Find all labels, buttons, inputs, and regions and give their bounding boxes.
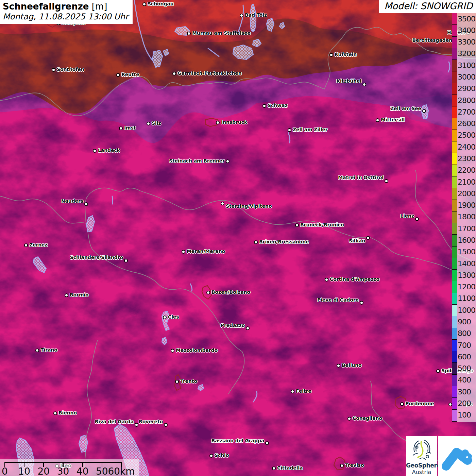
legend-cell — [452, 410, 457, 421]
city-dot — [325, 278, 328, 282]
legend-value-label: 3400 — [458, 24, 476, 36]
legend-labels: 3500340033003200310030002900280027002600… — [458, 13, 476, 421]
city-dot — [172, 72, 176, 75]
legend-value-label: 3300 — [458, 36, 476, 48]
legend-colorbar — [452, 13, 457, 422]
city-label: Treviso — [345, 462, 364, 468]
city-dot — [147, 122, 150, 125]
city-dot — [84, 202, 88, 206]
legend-cell — [452, 270, 457, 281]
city-label: Bad Tölz — [245, 12, 267, 18]
legend-value-label: 1200 — [458, 281, 476, 292]
city-label: Conegliano — [353, 415, 382, 421]
legend-cell — [452, 316, 457, 328]
legend-cell — [452, 130, 457, 141]
legend-value-label: 500 — [458, 362, 476, 374]
legend-value-label: 900 — [458, 316, 476, 327]
legend-value-label: 200 — [458, 397, 476, 409]
city-dot — [362, 83, 366, 86]
legend-value-label: 1000 — [458, 304, 476, 316]
city-label: Mittersill — [381, 117, 405, 122]
city-dot — [116, 73, 120, 77]
legend-cell — [452, 200, 457, 211]
legend-cell — [452, 305, 457, 316]
city-dot — [52, 68, 55, 72]
legend-value-label: 400 — [458, 374, 476, 386]
city-label: Sterzing/Vipiteno — [226, 203, 272, 209]
avalanche-logo-box — [438, 436, 476, 476]
city-dot — [385, 179, 388, 183]
city-label: Feltre — [296, 388, 311, 394]
city-label: Garmisch-Partenkirchen — [177, 70, 242, 76]
legend-value-label: 600 — [458, 351, 476, 362]
legend-cell — [452, 340, 457, 351]
city-label: Tirano — [40, 347, 57, 353]
legend-value-label: 2200 — [458, 165, 476, 176]
geosphere-contour-icon — [410, 438, 434, 461]
legend-cell — [452, 25, 457, 36]
city-label: Rovereto — [139, 419, 163, 424]
city-dot — [142, 2, 146, 6]
city-label: Schio — [215, 453, 229, 458]
city-label: Brixen/Bressanone — [259, 239, 309, 244]
legend-value-label: 2400 — [458, 141, 476, 153]
legend-value-label: 1500 — [458, 246, 476, 258]
legend-value-label: 1700 — [458, 223, 476, 234]
legend-value-label: 100 — [458, 409, 476, 421]
legend-cell — [452, 95, 457, 106]
scalebar: 0102030405060km — [0, 459, 139, 476]
page-title: Schneefallgrenze [m] — [3, 1, 129, 12]
city-label: Cittadella — [277, 465, 303, 471]
legend-value-label: 2900 — [458, 83, 476, 95]
city-dot — [209, 454, 213, 458]
city-label: Innsbruck — [221, 119, 247, 125]
city-dot — [376, 118, 379, 122]
legend-cell — [452, 223, 457, 235]
city-dot — [216, 121, 220, 124]
city-dot — [221, 202, 224, 205]
city-dot — [93, 149, 97, 153]
city-dot — [119, 126, 123, 130]
legend-cell — [452, 176, 457, 188]
legend-cell — [452, 258, 457, 270]
legend-value-label: 1800 — [458, 211, 476, 223]
legend-value-label: 1900 — [458, 200, 476, 211]
city-dot — [164, 423, 168, 427]
legend-value-label: 700 — [458, 339, 476, 351]
city-dot — [347, 417, 351, 421]
city-dot — [35, 348, 39, 352]
legend-cell — [452, 386, 457, 398]
legend-value-label: 2000 — [458, 188, 476, 199]
legend-cell — [452, 118, 457, 130]
legend-value-label: 3000 — [458, 71, 476, 83]
city-dot — [240, 14, 243, 17]
legend-cell — [452, 60, 457, 71]
city-label: Bozen/Bolzano — [211, 289, 250, 295]
city-label: Schlanders/Silandro — [70, 255, 123, 260]
city-label: Zell am Ziller — [293, 127, 328, 132]
geosphere-name: GeoSphere — [406, 462, 437, 469]
city-label: Steinach am Brenner — [169, 158, 225, 164]
city-label: Nauders — [61, 198, 83, 204]
city-label: Cles — [168, 314, 179, 320]
legend-cell — [452, 188, 457, 200]
city-label: Silz — [152, 120, 161, 126]
legend-cell — [452, 153, 457, 165]
city-label: Imst — [124, 125, 136, 131]
city-dot — [246, 326, 250, 330]
legend-cell — [452, 281, 457, 293]
city-dot — [272, 466, 276, 470]
city-label: Zernez — [29, 242, 48, 248]
legend-value-label: 800 — [458, 328, 476, 339]
city-dot — [265, 441, 269, 445]
legend-value-label: 3200 — [458, 48, 476, 60]
city-label: Cortina d'Ampezzo — [330, 276, 379, 282]
legend-value-label: 1400 — [458, 258, 476, 269]
city-label: Schongau — [148, 1, 174, 6]
legend-cell — [452, 247, 457, 258]
city-label: Berchtesgaden — [412, 37, 452, 43]
geosphere-logo: GeoSphere Austria — [406, 436, 437, 476]
city-dot — [187, 32, 191, 35]
city-label: Matrei in Osttirol — [338, 175, 384, 180]
city-dot — [262, 104, 266, 108]
